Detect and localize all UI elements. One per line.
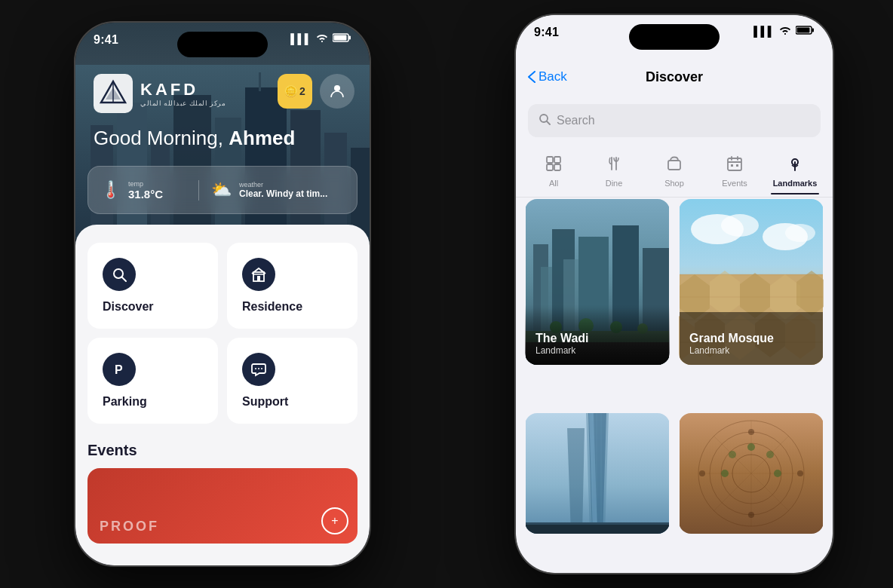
events-proof-text: PROOF — [100, 519, 159, 534]
svg-point-104 — [797, 470, 803, 476]
kafd-logo-area: KAFD مركز الملك عبدالله المالي — [94, 74, 226, 113]
kafd-arabic: مركز الملك عبدالله المالي — [140, 100, 226, 107]
landmarks-icon — [787, 155, 803, 176]
svg-rect-38 — [554, 164, 560, 170]
tab-shop[interactable]: Shop — [644, 149, 704, 194]
greeting-text: Good Morning, Ahmed — [94, 127, 295, 150]
menu-item-support[interactable]: Support — [227, 338, 358, 424]
svg-rect-24 — [253, 274, 265, 275]
back-button[interactable]: Back — [528, 69, 567, 84]
card-subtitle-mosque: Landmark — [689, 345, 774, 356]
kafd-text-area: KAFD مركز الملك عبدالله المالي — [140, 80, 226, 107]
dine-icon — [606, 155, 622, 176]
search-bar[interactable]: Search — [528, 104, 821, 137]
svg-text:P: P — [115, 363, 123, 376]
weather-label: weather — [239, 181, 345, 188]
svg-rect-42 — [668, 161, 680, 170]
card-title-wadi: The Wadi — [535, 332, 589, 345]
right-screen: 9:41 ▌▌▌ Back Discover — [516, 15, 833, 573]
menu-item-residence[interactable]: Residence — [227, 243, 358, 329]
signal-icon-right: ▌▌▌ — [753, 26, 775, 37]
shop-label: Shop — [664, 179, 684, 188]
profile-button[interactable] — [320, 74, 354, 109]
kafd-logo-box — [94, 74, 133, 113]
card-pattern[interactable] — [679, 413, 824, 534]
temp-label: temp — [128, 180, 163, 188]
svg-point-29 — [261, 368, 262, 369]
menu-item-parking[interactable]: P Parking — [87, 338, 218, 424]
svg-rect-48 — [736, 164, 738, 167]
svg-point-27 — [258, 368, 259, 369]
search-placeholder: Search — [557, 114, 595, 127]
tab-events[interactable]: Events — [704, 149, 765, 194]
user-name: Ahmed — [229, 127, 295, 149]
weather-card: 🌡️ temp 31.8°C ⛅ weather Clear. Windy at… — [87, 166, 358, 214]
svg-rect-14 — [349, 36, 351, 40]
svg-rect-43 — [728, 158, 741, 170]
dine-label: Dine — [606, 179, 623, 188]
events-label: Events — [722, 179, 747, 188]
svg-rect-36 — [554, 157, 560, 163]
dynamic-island — [177, 32, 268, 57]
battery-icon-right — [796, 26, 815, 37]
svg-rect-37 — [547, 164, 553, 170]
svg-point-108 — [729, 451, 736, 458]
support-label: Support — [242, 395, 288, 409]
card-subtitle-wadi: Landmark — [535, 345, 589, 356]
add-button[interactable]: + — [321, 507, 348, 534]
svg-rect-32 — [797, 28, 810, 33]
search-icon — [539, 113, 551, 128]
svg-point-101 — [748, 429, 754, 435]
coins-button[interactable]: 🪙 2 — [278, 74, 312, 109]
card-mosque[interactable]: Grand Mosque Landmark — [679, 199, 824, 365]
card-text-mosque: Grand Mosque Landmark — [689, 332, 774, 356]
greeting-prefix: Good Morning, — [94, 127, 229, 149]
kafd-title: KAFD — [140, 80, 226, 100]
all-icon — [545, 155, 562, 176]
discover-label: Discover — [103, 300, 154, 314]
svg-point-67 — [721, 214, 759, 237]
residence-icon — [242, 258, 275, 291]
cloud-icon: ⛅ — [211, 180, 232, 200]
svg-point-69 — [785, 224, 815, 242]
menu-item-discover[interactable]: Discover — [87, 243, 218, 329]
card-tower[interactable] — [525, 413, 670, 534]
back-label: Back — [539, 69, 567, 84]
all-label: All — [549, 179, 558, 188]
temp-value: 31.8°C — [128, 188, 163, 201]
support-icon — [242, 353, 275, 386]
card-wadi[interactable]: The Wadi Landmark — [525, 199, 670, 365]
time-left: 9:41 — [94, 33, 118, 47]
svg-point-103 — [699, 470, 705, 476]
tab-dine[interactable]: Dine — [584, 149, 644, 194]
tab-landmarks[interactable]: Landmarks — [765, 149, 825, 194]
discover-title: Discover — [646, 69, 703, 85]
svg-line-34 — [547, 121, 550, 124]
card-text-wadi: The Wadi Landmark — [535, 332, 589, 356]
svg-point-109 — [721, 470, 729, 477]
tab-all[interactable]: All — [523, 149, 584, 194]
svg-rect-25 — [257, 276, 260, 281]
svg-point-20 — [334, 85, 340, 91]
status-icons-right: ▌▌▌ — [753, 26, 815, 37]
nav-bar: Back Discover — [516, 57, 833, 96]
parking-label: Parking — [103, 395, 147, 409]
dynamic-island-right — [629, 24, 720, 50]
svg-rect-10 — [259, 72, 261, 91]
residence-label: Residence — [242, 300, 302, 314]
svg-rect-91 — [526, 525, 669, 534]
svg-line-22 — [122, 277, 127, 282]
svg-rect-15 — [334, 35, 347, 41]
svg-rect-47 — [731, 164, 733, 167]
main-content: Discover Residence P Parking — [75, 225, 370, 565]
signal-icon: ▌▌▌ — [290, 33, 311, 44]
events-preview[interactable]: PROOF + — [87, 468, 358, 544]
events-icon — [726, 155, 743, 176]
svg-rect-35 — [547, 157, 553, 163]
svg-point-107 — [774, 470, 781, 477]
wifi-icon — [316, 33, 328, 44]
shop-icon — [666, 155, 683, 176]
parking-icon: P — [103, 353, 136, 386]
svg-point-105 — [747, 443, 755, 451]
weather-condition: ⛅ weather Clear. Windy at tim... — [199, 180, 357, 200]
